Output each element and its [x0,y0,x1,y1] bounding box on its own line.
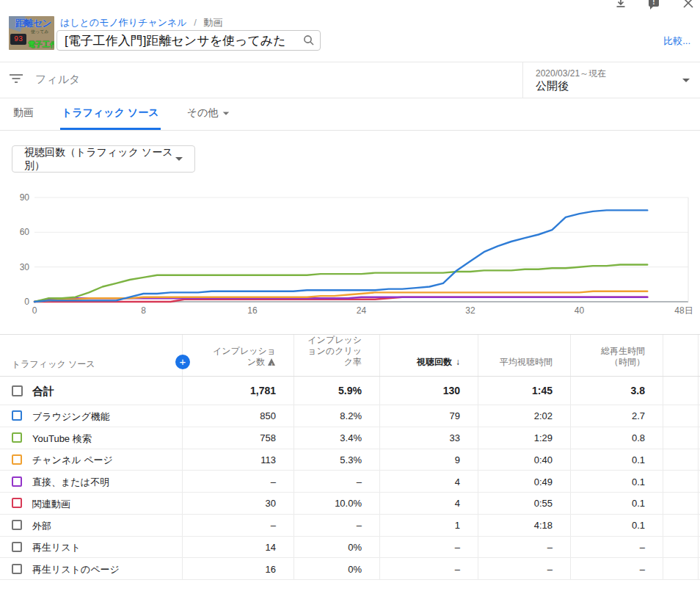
table-row: 外部––14:180.1 [0,515,700,537]
tab-traffic-sources[interactable]: トラフィック ソース [60,98,161,130]
row-label[interactable]: 再生リストのページ [32,563,120,576]
row-label[interactable]: 合計 [32,385,54,399]
x-tick-label: 0 [32,305,37,316]
row-value: – [357,520,362,531]
download-icon[interactable] [615,0,627,10]
metric-selector-dropdown[interactable]: 視聴回数（トラフィック ソース 別） [12,145,195,173]
breadcrumb: はしとのモノ作りチャンネル / 動画 [60,16,223,29]
x-tick-label: 40 [575,305,585,316]
date-range-selector[interactable]: 2020/03/21～現在 公開後 [523,62,700,98]
row-label[interactable]: 再生リスト [32,541,81,554]
row-value: – [271,476,276,487]
table-row: チャンネル ページ1135.3%90:400.1 [0,449,700,471]
x-tick-label: 16 [247,305,258,316]
breadcrumb-channel-link[interactable]: はしとのモノ作りチャンネル [60,17,187,28]
row-checkbox[interactable] [12,432,22,443]
column-header-line: インプレッシ [298,335,362,346]
column-header-2[interactable]: インプレッションのクリック率 [298,335,362,368]
column-header-text: 平均視聴時間 [500,357,553,367]
row-value: 14 [266,542,276,553]
row-value: 8.2% [340,410,362,421]
row-checkbox[interactable] [12,564,22,574]
row-value: 5.9% [338,385,362,396]
sort-desc-icon: ↓ [456,357,460,367]
row-value: 3.8 [631,385,645,396]
column-header-line: 視聴回数↓ [384,357,460,368]
row-value: 9 [455,454,460,465]
column-header-text: 総再生時間 [601,346,645,356]
column-header-line: ク率 [298,357,362,368]
row-value: 0:40 [534,454,553,465]
row-label[interactable]: YouTube 検索 [32,432,92,446]
column-header-3[interactable]: 視聴回数↓ [384,357,460,368]
column-header-4[interactable]: 平均視聴時間 [482,357,553,368]
row-value: – [455,542,460,553]
column-header-text: ク率 [344,357,362,367]
row-checkbox[interactable] [12,454,22,465]
row-value: – [640,542,645,553]
row-checkbox[interactable] [12,542,22,552]
breadcrumb-separator: / [194,17,197,28]
video-search-box[interactable] [56,30,321,51]
column-header-line: インプレッショ [186,346,276,357]
row-label[interactable]: 関連動画 [32,498,70,511]
x-tick-label: 8 [141,305,146,316]
table-row: 再生リスト140%––– [0,537,700,559]
row-value: 130 [443,385,460,396]
row-label[interactable]: 外部 [32,520,51,533]
tab-more[interactable]: その他 [186,98,232,130]
column-header-text: （時間） [610,357,645,367]
row-value: – [357,476,362,487]
column-header-line: 総再生時間 [575,346,645,357]
row-checkbox[interactable] [12,498,22,508]
row-value: – [455,564,460,575]
column-header-text: 視聴回数 [417,357,452,367]
series-line-browse [34,210,647,302]
tab-videos[interactable]: 動画 [12,98,35,130]
column-header-text: インプレッシ [307,335,362,345]
column-header-5[interactable]: 総再生時間（時間） [575,346,645,368]
filter-icon[interactable] [9,73,23,84]
row-value: 10.0% [335,498,362,509]
feedback-icon[interactable]: ! [649,0,660,10]
filter-bar: フィルタ 2020/03/21～現在 公開後 [0,62,700,98]
table-row-total: 合計1,7815.9%1301:453.8 [0,377,700,405]
compare-link[interactable]: 比較... [663,35,690,48]
row-label[interactable]: 直接、または不明 [32,476,109,489]
y-tick-label: 90 [20,192,30,203]
row-checkbox[interactable] [12,520,22,530]
row-value: 0.1 [632,454,645,465]
column-header-1[interactable]: インプレッション数 [186,346,276,368]
traffic-sources-table: トラフィック ソース+インプレッション数インプレッションのクリック率視聴回数↓平… [0,334,700,579]
table-row: YouTube 検索7583.4%331:290.8 [0,427,700,449]
row-value: 0:55 [534,498,553,509]
column-header-text: ョンのクリッ [307,346,362,356]
tab-label: トラフィック ソース [62,106,159,120]
row-label[interactable]: チャンネル ページ [32,454,113,467]
close-icon[interactable] [682,0,694,10]
row-value: 850 [260,410,276,421]
row-value: 0% [348,564,362,575]
row-label[interactable]: ブラウジング機能 [32,410,110,424]
row-checkbox[interactable] [12,410,22,421]
row-value: 0:49 [534,476,553,487]
table-header-row: トラフィック ソース+インプレッション数インプレッションのクリック率視聴回数↓平… [0,335,700,377]
row-value: – [640,564,645,575]
search-icon [302,34,316,47]
warning-icon [268,358,276,366]
row-value: 2:02 [534,410,553,421]
row-value: 79 [450,410,460,421]
video-title-input[interactable] [57,33,302,48]
row-value: 0.1 [632,498,645,509]
row-value: 1 [455,520,460,531]
table-row: 関連動画3010.0%40:550.1 [0,493,700,515]
row-checkbox[interactable] [12,476,22,487]
video-thumbnail: 距離セン 使ってみ 93 電子工作入 [9,16,54,50]
row-checkbox[interactable] [12,385,23,396]
row-value: 3.4% [340,432,362,443]
row-value: 0% [348,542,362,553]
thumbnail-segment-display: 93 [10,34,26,45]
filter-input[interactable]: フィルタ [35,73,80,87]
column-header-traffic-source[interactable]: トラフィック ソース [12,358,95,371]
row-value: 0.1 [632,520,645,531]
